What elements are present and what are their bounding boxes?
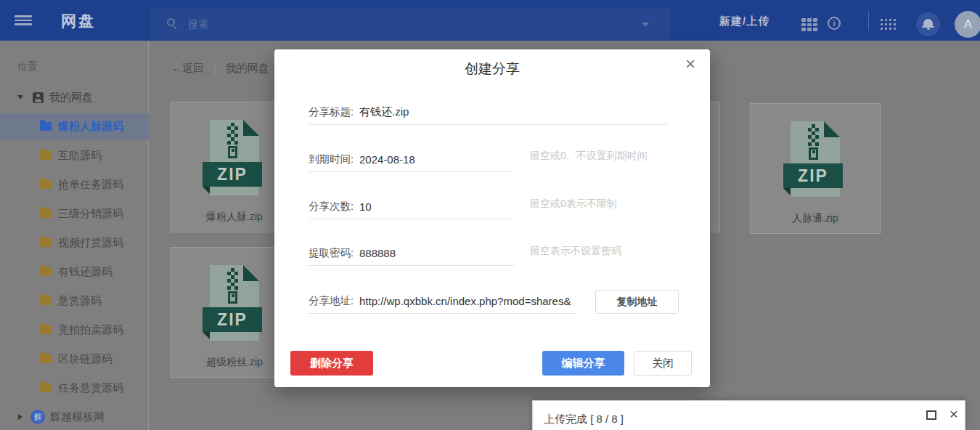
- share-title-label: 分享标题:: [309, 105, 359, 119]
- share-url-label: 分享地址:: [309, 294, 359, 308]
- share-count-input[interactable]: [359, 200, 514, 213]
- share-url-row: 分享地址:: [309, 289, 576, 314]
- share-count-hint: 留空或0表示不限制: [530, 198, 617, 211]
- expire-time-input[interactable]: [359, 153, 514, 166]
- maximize-icon[interactable]: [926, 410, 936, 420]
- copy-url-button[interactable]: 复制地址: [595, 290, 679, 314]
- dialog-title: 创建分享: [274, 60, 710, 78]
- delete-share-button[interactable]: 删除分享: [290, 351, 373, 376]
- share-count-row: 分享次数:: [309, 195, 514, 219]
- toast-close-icon[interactable]: ×: [950, 407, 958, 421]
- share-title-input[interactable]: [359, 106, 666, 118]
- share-count-label: 分享次数:: [309, 200, 359, 214]
- upload-toast: 上传完成 [ 8 / 8 ] ×: [532, 400, 965, 430]
- expire-time-row: 到期时间:: [309, 147, 514, 172]
- password-hint: 留空表示不设置密码: [530, 245, 621, 258]
- upload-status-text: 上传完成 [ 8 / 8 ]: [544, 413, 624, 426]
- close-button[interactable]: 关闭: [634, 351, 692, 376]
- expire-time-hint: 留空或0、不设置到期时间: [530, 150, 648, 163]
- edit-share-button[interactable]: 编辑分享: [542, 351, 624, 376]
- create-share-dialog: 创建分享 × 分享标题: 到期时间: 留空或0、不设置到期时间 分享次数: 留空…: [274, 49, 710, 387]
- close-icon[interactable]: ×: [685, 55, 695, 73]
- password-input[interactable]: [359, 247, 514, 259]
- share-url-input[interactable]: [359, 295, 576, 307]
- password-label: 提取密码:: [309, 246, 359, 260]
- expire-time-label: 到期时间:: [309, 153, 359, 166]
- password-row: 提取密码:: [309, 241, 514, 266]
- share-title-row: 分享标题:: [309, 100, 666, 125]
